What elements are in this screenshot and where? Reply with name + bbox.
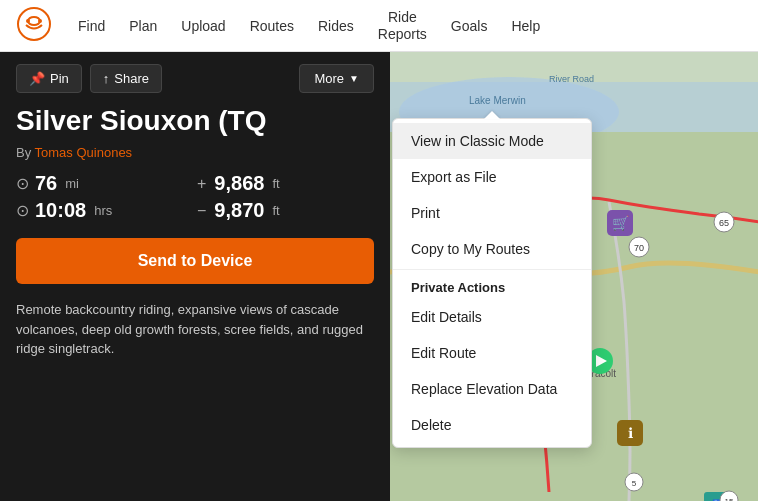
map-area[interactable]: Lake Merwin River Road 50 Amboy Yacolt — [390, 52, 758, 501]
nav-help[interactable]: Help — [501, 12, 550, 40]
minus-icon: − — [197, 202, 206, 220]
dropdown-edit-details[interactable]: Edit Details — [393, 299, 591, 335]
nav-plan[interactable]: Plan — [119, 12, 167, 40]
dropdown-private-actions-header: Private Actions — [393, 272, 591, 299]
elevation-gain-stat: + 9,868 ft — [197, 172, 374, 195]
elevation-loss-value: 9,870 — [214, 199, 264, 222]
svg-text:65: 65 — [719, 218, 729, 228]
clock-icon: ⊙ — [16, 201, 29, 220]
svg-text:15: 15 — [725, 497, 734, 501]
nav-routes[interactable]: Routes — [240, 12, 304, 40]
dropdown-copy-routes[interactable]: Copy to My Routes — [393, 231, 591, 267]
nav-ride-reports[interactable]: Ride Reports — [368, 5, 437, 47]
distance-stat: ⊙ 76 mi — [16, 172, 193, 195]
svg-point-3 — [38, 19, 42, 23]
navigation: Find Plan Upload Routes Rides Ride Repor… — [0, 0, 758, 52]
route-description: Remote backcountry riding, expansive vie… — [0, 300, 390, 359]
plus-icon: + — [197, 175, 206, 193]
svg-text:70: 70 — [634, 243, 644, 253]
dropdown-replace-elevation[interactable]: Replace Elevation Data — [393, 371, 591, 407]
svg-text:Lake Merwin: Lake Merwin — [469, 95, 526, 106]
nav-upload[interactable]: Upload — [171, 12, 235, 40]
share-label: Share — [114, 71, 149, 86]
stats-grid: ⊙ 76 mi + 9,868 ft ⊙ 10:08 hrs − 9,870 f… — [0, 172, 390, 238]
route-title: Silver Siouxon (TQ — [0, 105, 390, 145]
dropdown-edit-route[interactable]: Edit Route — [393, 335, 591, 371]
svg-text:🛒: 🛒 — [612, 215, 630, 232]
elevation-loss-unit: ft — [272, 203, 279, 218]
author-link[interactable]: Tomas Quinones — [35, 145, 133, 160]
more-label: More — [314, 71, 344, 86]
svg-text:River Road: River Road — [549, 74, 594, 84]
more-dropdown: View in Classic Mode Export as File Prin… — [392, 118, 592, 448]
chevron-down-icon: ▼ — [349, 73, 359, 84]
left-panel: 📌 Pin ↑ Share More ▼ Silver Siouxon (TQ … — [0, 52, 390, 501]
pin-label: Pin — [50, 71, 69, 86]
dropdown-view-classic[interactable]: View in Classic Mode — [393, 123, 591, 159]
dropdown-export-file[interactable]: Export as File — [393, 159, 591, 195]
share-icon: ↑ — [103, 71, 110, 86]
time-stat: ⊙ 10:08 hrs — [16, 199, 193, 222]
nav-goals[interactable]: Goals — [441, 12, 498, 40]
dropdown-print[interactable]: Print — [393, 195, 591, 231]
route-toolbar: 📌 Pin ↑ Share More ▼ — [0, 52, 390, 105]
logo[interactable] — [16, 6, 52, 46]
elevation-gain-unit: ft — [272, 176, 279, 191]
svg-text:5: 5 — [632, 479, 637, 488]
dropdown-caret — [484, 111, 500, 119]
svg-point-2 — [26, 19, 30, 23]
dropdown-divider — [393, 269, 591, 270]
main-content: 📌 Pin ↑ Share More ▼ Silver Siouxon (TQ … — [0, 52, 758, 501]
nav-rides[interactable]: Rides — [308, 12, 364, 40]
pin-icon: 📌 — [29, 71, 45, 86]
send-to-device-button[interactable]: Send to Device — [16, 238, 374, 284]
distance-unit: mi — [65, 176, 79, 191]
share-button[interactable]: ↑ Share — [90, 64, 162, 93]
time-value: 10:08 — [35, 199, 86, 222]
time-unit: hrs — [94, 203, 112, 218]
author-line: By Tomas Quinones — [0, 145, 390, 172]
elevation-loss-stat: − 9,870 ft — [197, 199, 374, 222]
nav-find[interactable]: Find — [68, 12, 115, 40]
distance-value: 76 — [35, 172, 57, 195]
elevation-gain-value: 9,868 — [214, 172, 264, 195]
more-button[interactable]: More ▼ — [299, 64, 374, 93]
pin-button[interactable]: 📌 Pin — [16, 64, 82, 93]
distance-icon: ⊙ — [16, 174, 29, 193]
dropdown-delete[interactable]: Delete — [393, 407, 591, 443]
svg-text:ℹ: ℹ — [628, 425, 633, 441]
